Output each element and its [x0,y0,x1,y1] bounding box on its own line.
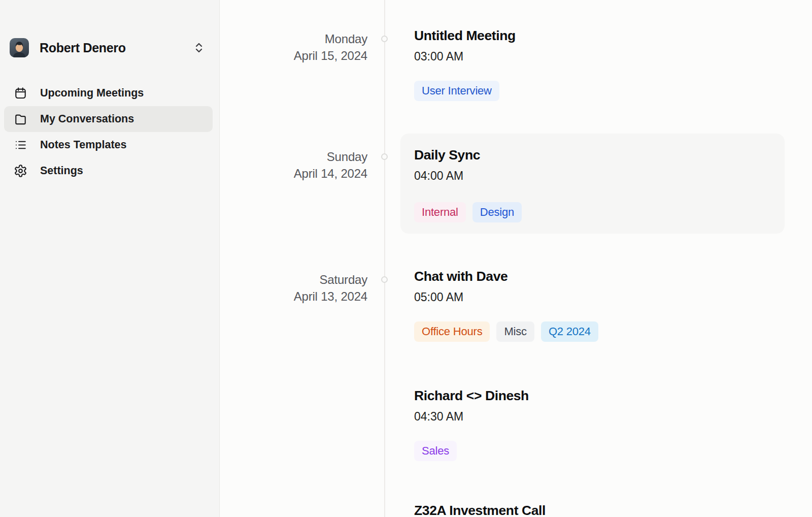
sidebar-item-upcoming-meetings[interactable]: Upcoming Meetings [4,80,213,106]
meeting-entry-untitled-meeting[interactable]: Untitled Meeting 03:00 AM User Interview [414,27,516,101]
meeting-title: Untitled Meeting [414,27,516,44]
calendar-icon [14,86,27,100]
sidebar-item-label: Notes Templates [40,139,126,151]
timeline-dot [381,36,388,42]
sidebar-item-label: Settings [40,165,83,177]
chevron-up-down-icon [194,41,204,55]
date-text: April 13, 2024 [220,288,367,305]
meeting-time: 03:00 AM [414,49,516,64]
tag-row: User Interview [414,81,516,101]
tag-row: Office Hours Misc Q2 2024 [414,321,598,342]
account-switcher[interactable]: Robert Denero [10,38,210,57]
sidebar-item-label: Upcoming Meetings [40,87,144,100]
weekday-label: Saturday [220,271,367,288]
tag-sales[interactable]: Sales [414,441,457,461]
tag-user-interview[interactable]: User Interview [414,81,499,101]
meeting-entry-daily-sync[interactable]: Daily Sync 04:00 AM Internal Design [400,134,785,234]
conversations-timeline: Monday April 15, 2024 Sunday April 14, 2… [220,0,812,517]
sidebar: Robert Denero Upcoming Meetings [0,0,220,517]
meeting-title: Richard <> Dinesh [414,387,529,404]
meeting-entry-z32a-investment-call[interactable]: Z32A Investment Call [414,502,546,517]
meeting-time: 05:00 AM [414,289,598,305]
sidebar-item-notes-templates[interactable]: Notes Templates [4,132,213,158]
date-text: April 15, 2024 [220,47,367,64]
tag-row: Sales [414,441,529,461]
sidebar-item-my-conversations[interactable]: My Conversations [4,106,213,132]
timeline-dot [381,153,388,160]
tag-misc[interactable]: Misc [496,321,534,342]
tag-office-hours[interactable]: Office Hours [414,321,490,342]
date-text: April 14, 2024 [220,165,367,182]
tag-row: Internal Design [414,202,785,222]
user-name: Robert Denero [40,41,194,55]
gear-icon [14,164,27,178]
sidebar-item-settings[interactable]: Settings [4,158,213,184]
tag-internal[interactable]: Internal [414,202,466,222]
meeting-entry-chat-with-dave[interactable]: Chat with Dave 05:00 AM Office Hours Mis… [414,268,598,342]
date-label: Sunday April 14, 2024 [220,148,367,182]
timeline-dot [381,276,388,283]
avatar [10,38,29,57]
date-label: Monday April 15, 2024 [220,30,367,64]
weekday-label: Sunday [220,148,367,165]
app-window: Robert Denero Upcoming Meetings [0,0,812,517]
tag-q2-2024[interactable]: Q2 2024 [541,321,598,342]
sidebar-nav: Upcoming Meetings My Conversations [4,80,213,184]
tag-design[interactable]: Design [472,202,522,222]
sidebar-item-label: My Conversations [40,113,134,125]
folder-icon [14,112,27,126]
meeting-entry-richard-dinesh[interactable]: Richard <> Dinesh 04:30 AM Sales [414,387,529,461]
timeline-line [384,0,385,517]
meeting-time: 04:30 AM [414,409,529,424]
date-label: Saturday April 13, 2024 [220,271,367,305]
meeting-title: Chat with Dave [414,268,598,285]
meeting-title: Z32A Investment Call [414,502,546,517]
list-icon [14,138,27,152]
weekday-label: Monday [220,30,367,47]
meeting-title: Daily Sync [414,146,785,164]
meeting-time: 04:00 AM [414,168,785,183]
